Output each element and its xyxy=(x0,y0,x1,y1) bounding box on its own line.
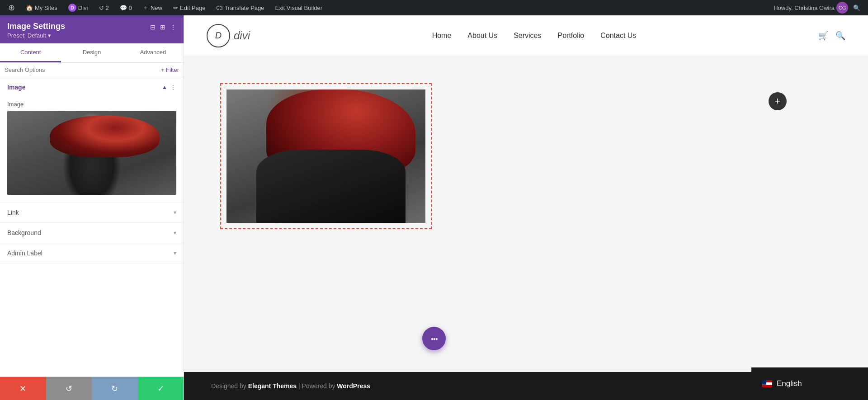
new-item[interactable]: ＋ New xyxy=(139,0,166,15)
exit-builder-item[interactable]: Exit Visual Builder xyxy=(272,0,326,15)
avatar: CG xyxy=(836,2,848,14)
add-content-button[interactable]: + xyxy=(769,92,787,110)
language-label: English xyxy=(777,379,802,388)
user-greeting: Howdy, Christina Gwira xyxy=(774,5,835,11)
flag-icon xyxy=(762,380,772,387)
image-section-header-left: Image xyxy=(7,84,25,91)
panel-header-icons: ⊟ ⊞ ⋮ xyxy=(150,24,176,31)
redo-button[interactable]: ↻ xyxy=(92,377,138,400)
panel-header-info: Image Settings Preset: Default ▾ xyxy=(7,22,65,39)
main-image xyxy=(226,89,425,223)
nav-home[interactable]: Home xyxy=(432,32,452,40)
panel-header: Image Settings Preset: Default ▾ ⊟ ⊞ ⋮ xyxy=(0,15,184,43)
image-section: Image ▲ ⋮ Image xyxy=(0,77,184,202)
logo-circle: D xyxy=(207,24,230,47)
edit-page-label: Edit Page xyxy=(180,5,205,11)
fab-button[interactable]: ● ● ● xyxy=(422,327,446,350)
more-options-icon[interactable]: ⋮ xyxy=(170,24,176,31)
bottom-action-bar: ✕ ↺ ↻ ✓ xyxy=(0,376,184,400)
footer-text: Designed by Elegant Themes | Powered by … xyxy=(211,382,370,390)
pencil-icon: ✏ xyxy=(173,5,178,11)
woman-hair xyxy=(50,115,160,157)
main-woman-jacket xyxy=(256,150,406,223)
my-sites-label: My Sites xyxy=(35,5,57,11)
image-section-icons: ▲ ⋮ xyxy=(162,84,176,91)
admin-bar-right: Howdy, Christina Gwira CG 🔍 xyxy=(774,1,863,14)
tab-advanced[interactable]: Advanced xyxy=(123,43,184,62)
selection-box[interactable] xyxy=(220,83,432,229)
image-dots-icon[interactable]: ⋮ xyxy=(170,84,176,91)
divi-label: Divi xyxy=(78,5,88,11)
divi-item[interactable]: D Divi xyxy=(65,0,92,15)
updates-icon: ↺ xyxy=(99,5,104,11)
logo-text: divi xyxy=(234,29,250,42)
panel-preset[interactable]: Preset: Default ▾ xyxy=(7,32,65,39)
nav-about[interactable]: About Us xyxy=(467,32,497,40)
nav-services[interactable]: Services xyxy=(514,32,541,40)
flag-blue-canton xyxy=(762,380,766,385)
nav-contact[interactable]: Contact Us xyxy=(600,32,636,40)
translate-icon: 03 xyxy=(216,5,222,11)
panel-title: Image Settings xyxy=(7,22,65,31)
admin-label-section-header[interactable]: Admin Label ▾ xyxy=(0,243,184,263)
image-section-title: Image xyxy=(7,84,25,91)
admin-bar: ⊕ 🏠 My Sites D Divi ↺ 2 💬 0 ＋ New ✏ Edit… xyxy=(0,0,868,15)
divi-icon: D xyxy=(68,4,76,12)
logo-letter: D xyxy=(215,30,222,41)
admin-label-chevron-icon[interactable]: ▾ xyxy=(174,250,176,256)
background-section-header[interactable]: Background ▾ xyxy=(0,223,184,243)
footer-elegant-themes[interactable]: Elegant Themes xyxy=(248,382,297,390)
wp-logo-item[interactable]: ⊕ xyxy=(5,0,19,15)
background-chevron-icon[interactable]: ▾ xyxy=(174,230,176,236)
updates-item[interactable]: ↺ 2 xyxy=(95,0,113,15)
translate-page-label: Translate Page xyxy=(225,5,264,11)
image-preview-box[interactable] xyxy=(7,111,176,195)
panel-tabs: Content Design Advanced xyxy=(0,43,184,63)
tab-content[interactable]: Content xyxy=(0,43,61,62)
woman-figure xyxy=(7,111,176,195)
nav-portfolio[interactable]: Portfolio xyxy=(558,32,585,40)
link-section-header[interactable]: Link ▾ xyxy=(0,202,184,222)
admin-search-icon[interactable]: 🔍 xyxy=(850,1,863,14)
footer-designed-by: Designed by xyxy=(211,382,248,390)
translate-page-item[interactable]: 03 Translate Page xyxy=(212,0,268,15)
image-chevron-icon[interactable]: ▲ xyxy=(162,84,167,90)
link-chevron-icon[interactable]: ▾ xyxy=(174,209,176,216)
confirm-button[interactable]: ✓ xyxy=(138,377,184,400)
my-sites-item[interactable]: 🏠 My Sites xyxy=(22,0,61,15)
edit-page-item[interactable]: ✏ Edit Page xyxy=(170,0,209,15)
minimize-icon[interactable]: ⊟ xyxy=(150,24,156,31)
new-label: New xyxy=(151,5,162,11)
comments-count: 0 xyxy=(129,5,132,11)
nav-links: Home About Us Services Portfolio Contact… xyxy=(432,32,637,40)
search-nav-icon[interactable]: 🔍 xyxy=(835,31,845,41)
cancel-button[interactable]: ✕ xyxy=(0,377,46,400)
footer-wordpress[interactable]: WordPress xyxy=(337,382,370,390)
link-section: Link ▾ xyxy=(0,202,184,223)
fab-dots-icon: ● ● ● xyxy=(431,336,437,341)
background-section: Background ▾ xyxy=(0,223,184,243)
footer-powered-by: | Powered by xyxy=(297,382,337,390)
expand-icon[interactable]: ⊞ xyxy=(160,24,165,31)
site-logo: D divi xyxy=(207,24,250,47)
image-section-header[interactable]: Image ▲ ⋮ xyxy=(0,77,184,97)
panel-body: Image ▲ ⋮ Image xyxy=(0,77,184,376)
tab-design[interactable]: Design xyxy=(61,43,122,62)
main-content: D divi Home About Us Services Portfolio … xyxy=(184,15,868,400)
search-bar: + Filter xyxy=(0,63,184,77)
comments-item[interactable]: 💬 0 xyxy=(116,0,136,15)
link-section-title: Link xyxy=(7,209,19,216)
filter-button[interactable]: + Filter xyxy=(161,66,179,73)
undo-button[interactable]: ↺ xyxy=(46,377,92,400)
site-nav: D divi Home About Us Services Portfolio … xyxy=(184,15,868,56)
cart-icon[interactable]: 🛒 xyxy=(818,31,828,41)
search-input[interactable] xyxy=(5,66,158,73)
comments-icon: 💬 xyxy=(120,5,127,11)
canvas-area: + xyxy=(184,56,868,372)
settings-panel: Image Settings Preset: Default ▾ ⊟ ⊞ ⋮ C… xyxy=(0,15,184,400)
image-preview-area: Image xyxy=(0,97,184,202)
new-icon: ＋ xyxy=(143,4,149,12)
exit-builder-label: Exit Visual Builder xyxy=(275,5,323,11)
language-selector[interactable]: English xyxy=(751,367,868,400)
updates-count: 2 xyxy=(106,5,109,11)
